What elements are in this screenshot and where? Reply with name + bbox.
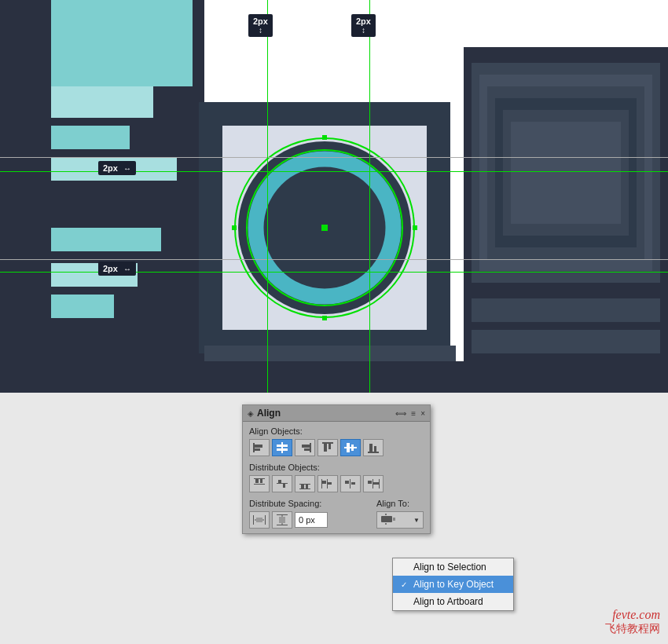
svg-rect-35 bbox=[351, 482, 355, 485]
guide-gray-1 bbox=[0, 157, 668, 158]
svg-rect-34 bbox=[345, 481, 349, 484]
svg-rect-17 bbox=[374, 446, 376, 452]
dropdown-arrow-icon: ▼ bbox=[413, 517, 420, 524]
menu-item-align-to-selection[interactable]: Align to Selection bbox=[393, 558, 513, 576]
dist-center-v-button[interactable] bbox=[272, 475, 292, 492]
menu-check-key-object: ✓ bbox=[401, 580, 410, 589]
space-v-button[interactable] bbox=[272, 511, 292, 529]
align-objects-row bbox=[249, 439, 424, 456]
menu-item-selection-label: Align to Selection bbox=[413, 562, 486, 573]
main-card bbox=[199, 102, 450, 353]
align-top-icon bbox=[321, 441, 335, 454]
stripe-layer7 bbox=[472, 298, 660, 322]
svg-rect-21 bbox=[260, 479, 262, 483]
panel-resize-button[interactable]: ⟺ bbox=[395, 409, 406, 418]
space-v-icon bbox=[275, 514, 289, 526]
teal-rect-5 bbox=[51, 228, 161, 251]
teal-rect-3 bbox=[51, 126, 130, 149]
canvas-area: 2px ↕ 2px ↕ 2px ↔ 2px ↔ bbox=[0, 0, 668, 393]
align-center-h-icon bbox=[275, 441, 289, 454]
dist-center-h-button[interactable] bbox=[340, 475, 361, 492]
space-h-button[interactable] bbox=[249, 511, 270, 529]
align-center-h-button[interactable] bbox=[272, 439, 292, 456]
badge-2px-top-left: 2px ↕ bbox=[248, 14, 273, 37]
svg-rect-5 bbox=[281, 442, 283, 453]
spacing-value-input[interactable] bbox=[295, 512, 328, 528]
svg-rect-14 bbox=[351, 445, 354, 451]
align-objects-label: Align Objects: bbox=[249, 426, 424, 436]
bottom-row: Distribute Spacing: bbox=[249, 499, 424, 529]
menu-item-align-to-key-object[interactable]: ✓ Align to Key Object bbox=[393, 576, 513, 593]
menu-item-artboard-label: Align to Artboard bbox=[413, 596, 483, 607]
distribute-objects-label: Distribute Objects: bbox=[249, 463, 424, 472]
panel-align-icon: ◈ bbox=[248, 409, 254, 418]
svg-rect-42 bbox=[256, 518, 262, 522]
handle-top bbox=[322, 135, 327, 140]
align-center-v-icon bbox=[343, 441, 358, 454]
align-top-button[interactable] bbox=[317, 439, 338, 456]
panel-close-button[interactable]: × bbox=[420, 409, 425, 418]
svg-rect-29 bbox=[321, 479, 322, 488]
menu-item-key-object-label: Align to Key Object bbox=[413, 579, 494, 590]
align-right-button[interactable] bbox=[295, 439, 315, 456]
align-to-label: Align To: bbox=[376, 499, 424, 508]
align-center-v-button[interactable] bbox=[340, 439, 361, 456]
panel-titlebar: ◈ Align ⟺ ≡ × bbox=[243, 405, 430, 422]
svg-rect-25 bbox=[299, 484, 310, 485]
align-to-icon bbox=[380, 513, 398, 527]
svg-rect-30 bbox=[327, 479, 328, 488]
svg-rect-31 bbox=[322, 481, 326, 484]
panel-body: Align Objects: bbox=[243, 422, 430, 533]
panel-menu-button[interactable]: ≡ bbox=[411, 409, 416, 418]
svg-rect-16 bbox=[369, 444, 373, 452]
svg-rect-41 bbox=[265, 515, 266, 525]
svg-rect-26 bbox=[299, 488, 310, 489]
svg-rect-10 bbox=[324, 444, 327, 452]
align-to-menu: Align to Selection ✓ Align to Key Object… bbox=[392, 558, 514, 611]
badge-2px-left-bottom: 2px ↔ bbox=[98, 262, 136, 276]
panel-controls: ⟺ ≡ × bbox=[395, 409, 425, 418]
svg-rect-32 bbox=[328, 482, 332, 485]
svg-rect-1 bbox=[255, 445, 262, 448]
dist-left-icon bbox=[321, 478, 335, 490]
badge-2px-top-right: 2px ↕ bbox=[351, 14, 376, 37]
dist-center-v-icon bbox=[275, 478, 289, 490]
teal-rect-1 bbox=[51, 0, 193, 86]
align-to-dropdown-icon bbox=[380, 513, 398, 525]
align-left-button[interactable] bbox=[249, 439, 270, 456]
dist-top-button[interactable] bbox=[249, 475, 270, 492]
spacing-input-row bbox=[249, 511, 370, 529]
align-to-dropdown[interactable]: ▼ bbox=[376, 511, 424, 529]
stripe-layer8 bbox=[472, 330, 660, 353]
svg-rect-51 bbox=[393, 518, 395, 521]
svg-rect-46 bbox=[277, 525, 288, 525]
svg-rect-33 bbox=[350, 479, 351, 488]
svg-rect-50 bbox=[381, 516, 392, 522]
svg-rect-12 bbox=[344, 447, 357, 448]
distribute-spacing-label: Distribute Spacing: bbox=[249, 499, 370, 508]
distribute-spacing-section: Distribute Spacing: bbox=[249, 499, 370, 529]
dist-bottom-button[interactable] bbox=[295, 475, 315, 492]
align-left-icon bbox=[252, 441, 266, 454]
dist-right-icon bbox=[366, 478, 380, 490]
svg-rect-37 bbox=[379, 479, 380, 488]
menu-item-align-to-artboard[interactable]: Align to Artboard bbox=[393, 593, 513, 610]
dist-left-button[interactable] bbox=[317, 475, 338, 492]
svg-rect-6 bbox=[310, 443, 311, 452]
svg-rect-15 bbox=[368, 452, 379, 453]
align-bottom-button[interactable] bbox=[363, 439, 384, 456]
dist-bottom-icon bbox=[298, 478, 312, 490]
panel-title-group: ◈ Align bbox=[248, 408, 281, 419]
svg-rect-2 bbox=[255, 448, 260, 451]
dist-center-h-icon bbox=[343, 478, 358, 490]
align-bottom-icon bbox=[366, 441, 380, 454]
svg-rect-18 bbox=[254, 478, 265, 479]
svg-rect-45 bbox=[277, 514, 288, 515]
bottom-bar bbox=[0, 361, 668, 393]
svg-rect-23 bbox=[278, 480, 281, 484]
align-to-button[interactable]: ▼ bbox=[376, 511, 424, 529]
dist-right-button[interactable] bbox=[363, 475, 384, 492]
svg-rect-19 bbox=[254, 484, 265, 485]
space-h-icon bbox=[252, 514, 266, 526]
svg-rect-13 bbox=[347, 443, 350, 452]
